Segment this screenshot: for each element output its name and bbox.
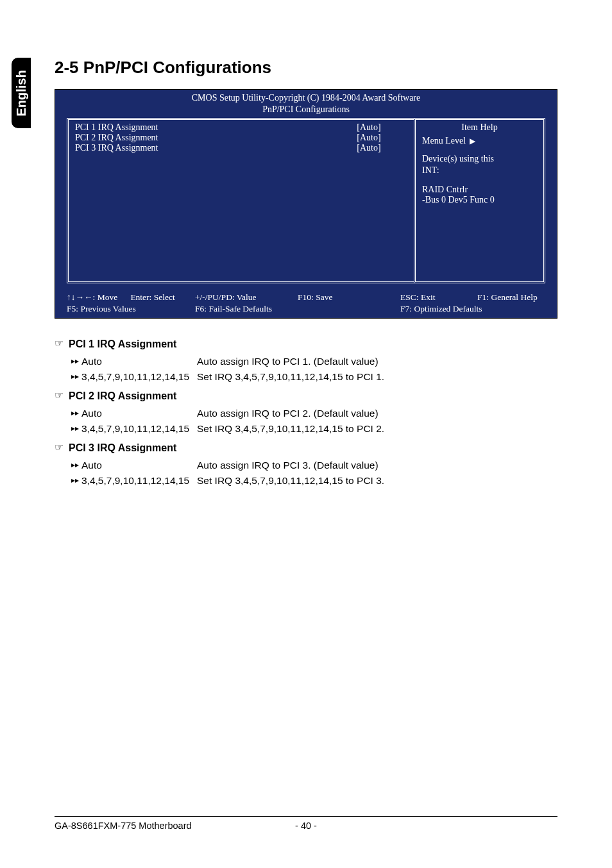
option-row: ▸▸Auto Auto assign IRQ to PCI 3. (Defaul… <box>55 458 557 473</box>
double-arrow-icon: ▸▸ <box>71 458 79 472</box>
hand-right-icon: ☞ <box>55 388 64 404</box>
key-optimized: F7: Optimized Defaults <box>400 304 545 314</box>
setting-block: ☞ PCI 3 IRQ Assignment ▸▸Auto Auto assig… <box>55 440 557 488</box>
page: English 2-5 PnP/PCI Configurations CMOS … <box>0 0 612 868</box>
key-move: ↑↓→←: Move Enter: Select <box>67 292 195 303</box>
option-label: ▸▸Auto <box>55 406 197 421</box>
option-desc: Auto assign IRQ to PCI 3. (Default value… <box>197 458 557 473</box>
bios-help-raid-line2: -Bus 0 Dev5 Func 0 <box>422 195 537 205</box>
bios-help-raid-line1: RAID Cntrlr <box>422 185 537 195</box>
option-row: ▸▸3,4,5,7,9,10,11,12,14,15 Set IRQ 3,4,5… <box>55 473 557 488</box>
bios-help-device-line1: Device(s) using this <box>422 154 537 164</box>
bios-header-line2: PnP/PCI Configurations <box>55 104 557 115</box>
option-label: ▸▸3,4,5,7,9,10,11,12,14,15 <box>55 473 197 488</box>
option-desc: Set IRQ 3,4,5,7,9,10,11,12,14,15 to PCI … <box>197 421 557 437</box>
bios-content: PCI 1 IRQ Assignment PCI 2 IRQ Assignmen… <box>55 118 557 290</box>
bios-header: CMOS Setup Utility-Copyright (C) 1984-20… <box>55 90 557 118</box>
setting-name: PCI 3 IRQ Assignment <box>69 440 176 456</box>
setting-title-row: ☞ PCI 3 IRQ Assignment <box>55 440 557 456</box>
double-arrow-icon: ▸▸ <box>71 406 79 420</box>
bios-setting-labels: PCI 1 IRQ Assignment PCI 2 IRQ Assignmen… <box>75 122 330 153</box>
option-desc: Auto assign IRQ to PCI 1. (Default value… <box>197 354 557 369</box>
section-title: 2-5 PnP/PCI Configurations <box>55 58 557 78</box>
option-row: ▸▸Auto Auto assign IRQ to PCI 1. (Defaul… <box>55 354 557 369</box>
bios-help-panel: Item Help Menu Level ▶ Device(s) using t… <box>414 118 545 283</box>
option-row: ▸▸3,4,5,7,9,10,11,12,14,15 Set IRQ 3,4,5… <box>55 421 557 437</box>
bios-key-legend: ↑↓→←: Move Enter: Select +/-/PU/PD: Valu… <box>67 290 545 314</box>
double-arrow-icon: ▸▸ <box>71 421 79 435</box>
key-value: +/-/PU/PD: Value <box>195 292 298 303</box>
option-label: ▸▸Auto <box>55 458 197 473</box>
double-arrow-icon: ▸▸ <box>71 354 79 368</box>
key-failsafe: F6: Fail-Safe Defaults <box>195 304 298 314</box>
bios-setting-values: [Auto] [Auto] [Auto] <box>330 122 407 153</box>
footer-model: GA-8S661FXM-775 Motherboard <box>55 821 222 831</box>
setting-name: PCI 2 IRQ Assignment <box>69 388 176 405</box>
option-label: ▸▸3,4,5,7,9,10,11,12,14,15 <box>55 421 197 437</box>
key-save: F10: Save <box>298 292 400 303</box>
hand-right-icon: ☞ <box>55 336 64 352</box>
option-label: ▸▸Auto <box>55 354 197 369</box>
bios-menu-level: Menu Level ▶ <box>422 136 537 146</box>
bios-row-label: PCI 3 IRQ Assignment <box>75 143 330 153</box>
page-footer: GA-8S661FXM-775 Motherboard - 40 - <box>55 816 557 831</box>
bios-row-label: PCI 1 IRQ Assignment <box>75 122 330 133</box>
setting-block: ☞ PCI 2 IRQ Assignment ▸▸Auto Auto assig… <box>55 388 557 437</box>
option-desc: Set IRQ 3,4,5,7,9,10,11,12,14,15 to PCI … <box>197 369 557 385</box>
option-row: ▸▸Auto Auto assign IRQ to PCI 2. (Defaul… <box>55 406 557 421</box>
key-help: F1: General Help <box>477 292 545 303</box>
option-desc: Auto assign IRQ to PCI 2. (Default value… <box>197 406 557 421</box>
triangle-right-icon: ▶ <box>470 137 475 146</box>
footer-page-number: - 40 - <box>222 821 389 831</box>
setting-block: ☞ PCI 1 IRQ Assignment ▸▸Auto Auto assig… <box>55 337 557 385</box>
settings-descriptions: ☞ PCI 1 IRQ Assignment ▸▸Auto Auto assig… <box>55 337 557 488</box>
key-prev: F5: Previous Values <box>67 304 195 314</box>
setting-title-row: ☞ PCI 1 IRQ Assignment <box>55 337 557 353</box>
bios-row-value: [Auto] <box>330 133 407 143</box>
bios-row-value: [Auto] <box>330 143 407 153</box>
language-tab-label: English <box>14 70 29 116</box>
footer-spacer <box>390 821 557 831</box>
option-row: ▸▸3,4,5,7,9,10,11,12,14,15 Set IRQ 3,4,5… <box>55 369 557 385</box>
language-tab: English <box>12 58 31 128</box>
option-label: ▸▸3,4,5,7,9,10,11,12,14,15 <box>55 369 197 385</box>
double-arrow-icon: ▸▸ <box>71 473 79 487</box>
hand-right-icon: ☞ <box>55 440 64 456</box>
bios-row-value: [Auto] <box>330 122 407 133</box>
bios-screenshot: CMOS Setup Utility-Copyright (C) 1984-20… <box>55 89 557 319</box>
setting-title-row: ☞ PCI 2 IRQ Assignment <box>55 388 557 405</box>
bios-row-label: PCI 2 IRQ Assignment <box>75 133 330 143</box>
bios-settings-panel: PCI 1 IRQ Assignment PCI 2 IRQ Assignmen… <box>67 118 414 283</box>
bios-help-device-line2: INT: <box>422 165 537 176</box>
key-exit: ESC: Exit <box>400 292 477 303</box>
bios-header-line1: CMOS Setup Utility-Copyright (C) 1984-20… <box>55 92 557 104</box>
bios-menu-level-label: Menu Level <box>422 136 466 146</box>
option-desc: Set IRQ 3,4,5,7,9,10,11,12,14,15 to PCI … <box>197 473 557 488</box>
double-arrow-icon: ▸▸ <box>71 369 79 383</box>
setting-name: PCI 1 IRQ Assignment <box>69 337 176 353</box>
bios-help-title: Item Help <box>422 122 537 133</box>
